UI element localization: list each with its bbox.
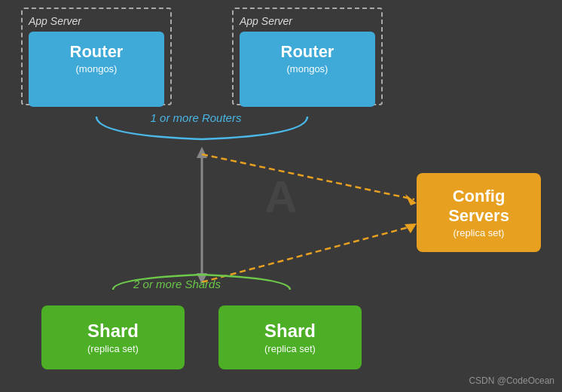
router-2-subtitle: (mongos) bbox=[247, 63, 368, 74]
shard-1: Shard (replica set) bbox=[41, 305, 185, 369]
shards-label: 2 or more Shards bbox=[57, 278, 298, 290]
shard-2-subtitle: (replica set) bbox=[226, 343, 354, 354]
shard-1-subtitle: (replica set) bbox=[49, 343, 177, 354]
shard-2: Shard (replica set) bbox=[218, 305, 362, 369]
router-box-2: Router (mongos) bbox=[240, 32, 375, 107]
shard-2-title: Shard bbox=[226, 321, 354, 342]
app-server-2: App Server Router (mongos) bbox=[232, 8, 383, 105]
app-server-2-label: App Server bbox=[240, 15, 375, 27]
router-1-subtitle: (mongos) bbox=[36, 63, 157, 74]
svg-marker-4 bbox=[405, 194, 417, 205]
config-servers-title: Config Servers bbox=[424, 187, 533, 226]
svg-line-3 bbox=[202, 154, 414, 199]
router-box-1: Router (mongos) bbox=[29, 32, 164, 107]
svg-line-5 bbox=[202, 226, 414, 282]
config-servers: Config Servers (replica set) bbox=[417, 173, 541, 252]
config-servers-subtitle: (replica set) bbox=[424, 227, 533, 239]
shard-1-title: Shard bbox=[49, 321, 177, 342]
routers-label: 1 or more Routers bbox=[75, 111, 316, 124]
watermark: CSDN @CodeOcean bbox=[469, 375, 554, 386]
router-2-title: Router bbox=[247, 42, 368, 62]
watermark-center: A bbox=[264, 170, 297, 222]
diagram-container: A App Server Router (mongos) App Server … bbox=[0, 0, 562, 392]
svg-marker-6 bbox=[405, 223, 417, 233]
app-server-1: App Server Router (mongos) bbox=[21, 8, 172, 105]
app-server-1-label: App Server bbox=[29, 15, 164, 27]
router-1-title: Router bbox=[36, 42, 157, 62]
svg-marker-1 bbox=[197, 147, 207, 158]
